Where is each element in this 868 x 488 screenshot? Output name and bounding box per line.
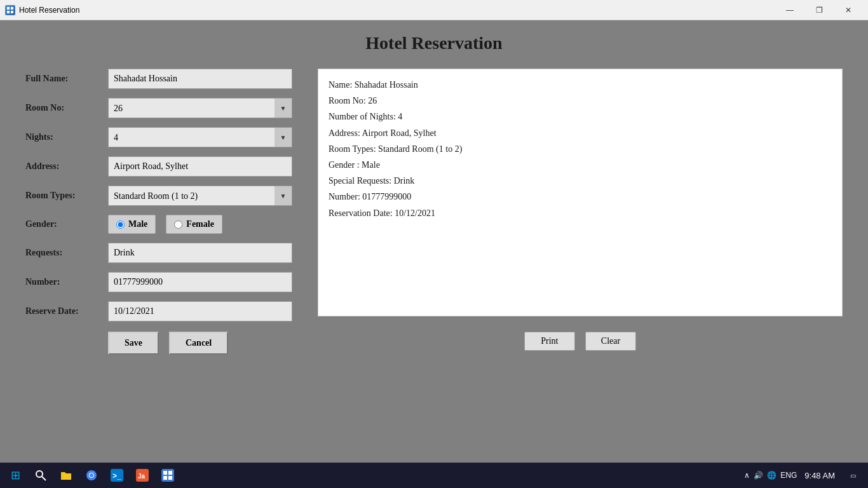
app-button[interactable] — [158, 465, 178, 485]
main-content: Hotel Reservation Full Name: Room No: 26… — [0, 20, 868, 463]
address-label: Address: — [25, 161, 108, 172]
preview-line-2: Room No: 26 — [329, 93, 832, 109]
gender-row: Gender: Male Female — [25, 215, 292, 234]
fullname-input[interactable] — [108, 69, 292, 89]
taskbar-right: ∧ 🔊 🌐 ENG 9:48 AM ▭ — [744, 465, 863, 485]
svg-point-8 — [90, 473, 93, 477]
address-row: Address: — [25, 156, 292, 177]
minimize-button[interactable]: — — [775, 0, 804, 20]
java-icon: Ja — [136, 469, 149, 482]
roomno-row: Room No: 26 27 28 29 30 ▼ — [25, 98, 292, 118]
start-button[interactable]: ⊞ — [5, 465, 25, 485]
gender-female-option[interactable]: Female — [166, 215, 222, 234]
svg-rect-16 — [163, 476, 167, 480]
form-left: Full Name: Room No: 26 27 28 29 30 ▼ — [25, 69, 292, 355]
preview-panel: Name: Shahadat Hossain Room No: 26 Numbe… — [318, 69, 843, 316]
svg-rect-14 — [163, 471, 167, 475]
roomtypes-label: Room Types: — [25, 191, 108, 201]
gender-options: Male Female — [108, 215, 222, 234]
search-button[interactable] — [31, 465, 51, 485]
svg-text:>_: >_ — [112, 471, 121, 480]
taskbar-time: 9:48 AM — [804, 471, 835, 480]
window-title: Hotel Reservation — [19, 6, 79, 15]
fullname-label: Full Name: — [25, 74, 108, 84]
reservedate-label: Reserve Date: — [25, 306, 108, 316]
form-right: Name: Shahadat Hossain Room No: 26 Numbe… — [318, 69, 843, 355]
print-button[interactable]: Print — [524, 332, 575, 351]
svg-point-4 — [36, 471, 43, 477]
roomno-select-wrapper: 26 27 28 29 30 ▼ — [108, 98, 292, 118]
clock-time: 9:48 AM — [804, 471, 835, 480]
requests-row: Requests: — [25, 243, 292, 263]
roomno-label: Room No: — [25, 103, 108, 113]
search-icon — [34, 469, 47, 482]
show-desktop-button[interactable]: ▭ — [843, 465, 863, 485]
svg-rect-0 — [7, 7, 10, 10]
window-controls: — ❐ ✕ — [775, 0, 863, 20]
folder-icon — [60, 469, 72, 482]
gender-label: Gender: — [25, 219, 108, 229]
roomtypes-select[interactable]: Standard Room (1 to 2) Deluxe Room (1 to… — [108, 186, 292, 206]
preview-line-6: Gender : Male — [329, 157, 832, 173]
maximize-button[interactable]: ❐ — [804, 0, 834, 20]
app-icon — [161, 469, 174, 482]
taskbar: ⊞ >_ — [0, 463, 868, 488]
page-title: Hotel Reservation — [25, 33, 843, 53]
preview-line-4: Address: Airport Road, Sylhet — [329, 125, 832, 141]
speaker-icon[interactable]: 🔊 — [754, 471, 763, 480]
tray-arrow[interactable]: ∧ — [744, 471, 750, 480]
gender-female-radio[interactable] — [174, 220, 182, 229]
lang-indicator: ENG — [780, 471, 797, 480]
save-button[interactable]: Save — [108, 332, 159, 355]
form-layout: Full Name: Room No: 26 27 28 29 30 ▼ — [25, 69, 843, 355]
preview-line-9: Reservation Date: 10/12/2021 — [329, 205, 832, 221]
number-row: Number: — [25, 272, 292, 292]
sys-tray: ∧ 🔊 🌐 ENG — [744, 471, 797, 480]
preview-line-8: Number: 01777999000 — [329, 189, 832, 205]
preview-line-7: Special Requests: Drink — [329, 173, 832, 189]
address-input[interactable] — [108, 156, 292, 177]
gender-male-label: Male — [128, 219, 147, 229]
vscode-icon: >_ — [111, 469, 123, 482]
preview-line-3: Number of Nights: 4 — [329, 109, 832, 125]
file-explorer-button[interactable] — [56, 465, 76, 485]
app-icon — [5, 5, 15, 15]
title-bar-left: Hotel Reservation — [5, 5, 79, 15]
roomtypes-select-wrapper: Standard Room (1 to 2) Deluxe Room (1 to… — [108, 186, 292, 206]
svg-rect-3 — [11, 11, 13, 13]
svg-rect-1 — [11, 7, 13, 10]
svg-rect-2 — [7, 11, 10, 13]
action-buttons: Print Clear — [318, 332, 843, 351]
cancel-button[interactable]: Cancel — [169, 332, 228, 355]
nights-label: Nights: — [25, 132, 108, 142]
chrome-button[interactable] — [81, 465, 102, 485]
network-icon[interactable]: 🌐 — [767, 471, 776, 480]
gender-male-radio[interactable] — [116, 220, 125, 229]
nights-select-wrapper: 1 2 3 4 5 6 7 ▼ — [108, 127, 292, 147]
reservedate-input[interactable] — [108, 301, 292, 322]
vscode-button[interactable]: >_ — [107, 465, 127, 485]
svg-text:Ja: Ja — [138, 473, 146, 480]
svg-line-5 — [42, 477, 46, 480]
nights-row: Nights: 1 2 3 4 5 6 7 ▼ — [25, 127, 292, 147]
java-button[interactable]: Ja — [132, 465, 153, 485]
taskbar-left: ⊞ >_ — [5, 465, 178, 485]
svg-rect-15 — [168, 471, 172, 475]
title-bar: Hotel Reservation — ❐ ✕ — [0, 0, 868, 20]
preview-line-1: Name: Shahadat Hossain — [329, 77, 832, 93]
bottom-buttons: Save Cancel — [108, 332, 292, 355]
reservedate-row: Reserve Date: — [25, 301, 292, 322]
number-label: Number: — [25, 277, 108, 287]
fullname-row: Full Name: — [25, 69, 292, 89]
clear-button[interactable]: Clear — [585, 332, 636, 351]
nights-select[interactable]: 1 2 3 4 5 6 7 — [108, 127, 292, 147]
requests-label: Requests: — [25, 248, 108, 258]
chrome-icon — [85, 469, 98, 482]
close-button[interactable]: ✕ — [834, 0, 863, 20]
gender-male-option[interactable]: Male — [108, 215, 156, 234]
requests-input[interactable] — [108, 243, 292, 263]
roomtypes-row: Room Types: Standard Room (1 to 2) Delux… — [25, 186, 292, 206]
roomno-select[interactable]: 26 27 28 29 30 — [108, 98, 292, 118]
number-input[interactable] — [108, 272, 292, 292]
windows-icon: ⊞ — [11, 468, 20, 482]
